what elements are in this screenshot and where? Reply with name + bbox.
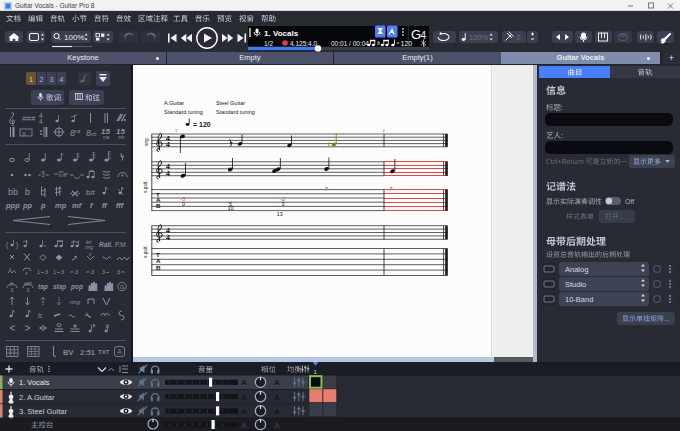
svg-text:3: 3: [75, 269, 78, 275]
svg-text:00:01 / 00:04: 00:01 / 00:04: [331, 40, 369, 47]
svg-text:-7: -7: [387, 186, 393, 192]
svg-text:tr.: tr.: [38, 312, 44, 319]
svg-text:fff: fff: [116, 201, 125, 210]
svg-text:4: 4: [39, 118, 43, 125]
svg-text:1: 1: [29, 76, 33, 83]
svg-text:3: 3: [50, 76, 54, 83]
svg-text:4: 4: [421, 30, 427, 41]
svg-text:4: 4: [166, 141, 170, 148]
svg-text:A.Guitar: A.Guitar: [164, 100, 184, 106]
svg-text:3: 3: [45, 269, 48, 275]
svg-text:Rall.: Rall.: [99, 241, 113, 248]
svg-text:Standard tuning: Standard tuning: [216, 109, 255, 115]
svg-text:A: A: [274, 407, 280, 416]
svg-text:3: 3: [117, 269, 120, 275]
svg-text:A: A: [241, 421, 247, 430]
svg-text:= 120: = 120: [193, 121, 211, 128]
svg-text:A: A: [241, 378, 247, 387]
svg-text:TXT: TXT: [98, 349, 110, 355]
svg-text:100%: 100%: [64, 33, 84, 42]
svg-text:s.guit.: s.guit.: [143, 245, 148, 258]
svg-text:ff: ff: [102, 201, 108, 210]
svg-text:###: ###: [22, 114, 36, 123]
svg-text:3: 3: [102, 269, 105, 275]
svg-text:1/2: 1/2: [264, 40, 273, 47]
svg-text:x: x: [8, 267, 12, 272]
svg-text:b: b: [25, 187, 30, 197]
svg-text:bb: bb: [8, 187, 18, 197]
svg-text:1: 1: [37, 269, 40, 275]
svg-text:3: 3: [282, 201, 285, 207]
svg-text:4: 4: [60, 76, 64, 83]
svg-text:4: 4: [166, 234, 170, 241]
svg-text:ma: ma: [103, 135, 110, 140]
svg-text:p: p: [40, 201, 46, 210]
svg-text:3: 3: [11, 287, 14, 293]
svg-text:ring: ring: [85, 244, 94, 250]
svg-text:-7: -7: [323, 186, 329, 192]
svg-text:0: 0: [517, 33, 521, 42]
svg-text:f: f: [90, 201, 94, 210]
svg-text:tap: tap: [38, 283, 48, 291]
svg-text:4: 4: [166, 170, 170, 177]
svg-text:1. Vocals: 1. Vocals: [264, 29, 299, 38]
svg-text:4: 4: [166, 163, 170, 170]
svg-text:A: A: [274, 378, 280, 387]
svg-text:2:51: 2:51: [80, 348, 95, 357]
svg-text:mp: mp: [55, 201, 67, 210]
svg-text:pp: pp: [22, 201, 33, 210]
svg-text:Steel Guitar: Steel Guitar: [216, 100, 245, 106]
svg-text:pop: pop: [70, 283, 83, 291]
svg-text:3: 3: [91, 269, 94, 275]
svg-text:A: A: [241, 407, 247, 416]
svg-text:4.125:4.0: 4.125:4.0: [290, 40, 317, 47]
svg-text:mb: mb: [118, 135, 125, 140]
svg-text:(: (: [6, 241, 9, 249]
svg-text:3: 3: [61, 269, 64, 275]
svg-text:s.guit.: s.guit.: [143, 180, 148, 193]
svg-text:A: A: [274, 393, 280, 402]
svg-text:2: 2: [383, 128, 386, 133]
svg-text:Analog: Analog: [565, 265, 588, 274]
svg-text:1: 1: [175, 128, 178, 133]
svg-text:3: 3: [27, 287, 30, 293]
svg-text:B: B: [156, 264, 161, 271]
svg-text:10: 10: [228, 205, 234, 211]
svg-text:Standard tuning: Standard tuning: [164, 109, 203, 115]
svg-text:x: x: [88, 251, 92, 257]
svg-text:A: A: [274, 421, 280, 430]
svg-text:3: 3: [42, 172, 45, 178]
svg-text:b#: b#: [86, 188, 95, 197]
svg-text:X.: X.: [22, 131, 28, 137]
svg-text:13: 13: [277, 211, 283, 217]
svg-text:ppp: ppp: [5, 201, 20, 210]
svg-text:vb: vb: [91, 131, 97, 137]
svg-text:x: x: [24, 270, 28, 276]
svg-text:sng.: sng.: [144, 137, 149, 146]
svg-text:0: 0: [182, 201, 185, 207]
svg-text:ring: ring: [70, 299, 81, 305]
svg-text:Studio: Studio: [565, 280, 586, 289]
svg-text:n:m: n:m: [59, 173, 67, 178]
svg-text:va: va: [75, 128, 81, 134]
svg-text:4: 4: [166, 227, 170, 234]
svg-text:): ): [16, 241, 18, 249]
svg-text:slap: slap: [53, 283, 66, 291]
svg-text:1: 1: [53, 269, 56, 275]
svg-text:B: B: [156, 202, 161, 209]
svg-text:120: 120: [401, 40, 413, 47]
svg-text:mf: mf: [72, 201, 83, 210]
svg-text:P.M.: P.M.: [115, 241, 128, 248]
svg-text:G: G: [120, 284, 124, 290]
svg-text:Off: Off: [625, 198, 634, 205]
svg-text:2: 2: [40, 76, 44, 83]
svg-text:A: A: [241, 393, 247, 402]
svg-text:A: A: [117, 348, 122, 355]
svg-text:10-Band: 10-Band: [565, 295, 593, 304]
svg-text:BV: BV: [63, 348, 73, 357]
svg-text:100%: 100%: [469, 33, 489, 42]
